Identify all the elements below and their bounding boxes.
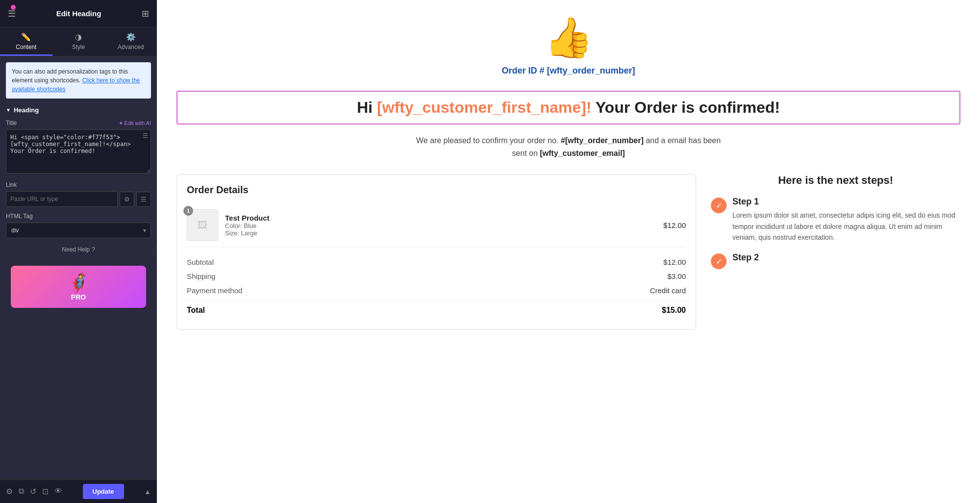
subtotal-line: Subtotal $12.00	[187, 255, 686, 269]
main-heading: Hi [wfty_customer_first_name]! Your Orde…	[184, 99, 953, 117]
highlight-name: [wfty_customer_first_name]!	[377, 99, 591, 116]
responsive-icon[interactable]: ⊡	[42, 487, 49, 496]
image-placeholder-icon: 🖼	[198, 220, 207, 231]
step-2: ✓ Step 2	[711, 252, 960, 269]
step-1-check-icon: ✓	[711, 198, 727, 213]
shipping-value: $3.00	[667, 272, 686, 280]
right-content: 👍 Order ID # [wfty_order_number] Hi [wft…	[157, 0, 980, 503]
tab-advanced[interactable]: ⚙️ Advanced	[104, 27, 157, 56]
tab-content[interactable]: ✏️ Content	[0, 27, 52, 56]
edit-with-ai-btn[interactable]: ✦ Edit with AI	[119, 120, 151, 126]
info-box: You can also add personalization tags to…	[6, 62, 151, 99]
tab-content-label: Content	[16, 44, 36, 50]
title-textarea[interactable]: Hi <span style="color:#f77f53">[wfty_cus…	[6, 129, 151, 174]
product-price: $12.00	[663, 221, 686, 229]
grid-icon[interactable]: ⊞	[142, 8, 149, 19]
title-label: Title ✦ Edit with AI	[6, 120, 151, 126]
section-heading[interactable]: ▼ Heading	[6, 106, 151, 114]
product-row: 1 🖼 Test Product Color: Blue Size: Large…	[187, 203, 686, 247]
tab-style[interactable]: ◑ Style	[52, 27, 105, 56]
product-name: Test Product	[225, 214, 656, 222]
menu-icon[interactable]: ☰	[8, 8, 16, 19]
product-color: Color: Blue	[225, 222, 656, 229]
tab-style-label: Style	[72, 44, 85, 50]
panel-title: Edit Heading	[56, 9, 101, 18]
panel-body: You can also add personalization tags to…	[0, 56, 157, 479]
step-2-title: Step 2	[732, 252, 759, 263]
title-textarea-wrapper: Hi <span style="color:#f77f53">[wfty_cus…	[6, 129, 151, 176]
customer-email-bold: [wfty_customer_email]	[540, 149, 625, 157]
order-details-panel: Order Details 1 🖼 Test Product Color: Bl…	[176, 174, 696, 330]
link-input-row: ⚙ ☰	[6, 191, 151, 207]
product-size: Size: Large	[225, 229, 656, 237]
bottom-icons: ⚙ ⧉ ↺ ⊡ 👁	[6, 487, 62, 496]
history-icon[interactable]: ↺	[30, 487, 36, 496]
next-steps-panel: Here is the next steps! ✓ Step 1 Lorem i…	[711, 174, 960, 330]
pink-dot	[11, 5, 16, 10]
html-tag-field: HTML Tag div h1 h2 h3 h4 h5 h6 p span ▼	[6, 213, 151, 238]
link-input[interactable]	[6, 191, 118, 207]
update-button[interactable]: Update	[83, 484, 124, 499]
pro-banner: 🦸 PRO	[6, 261, 151, 313]
layers-icon[interactable]: ⧉	[19, 487, 24, 496]
section-arrow: ▼	[6, 107, 11, 113]
link-field: Link ⚙ ☰	[6, 181, 151, 207]
ai-sparkle-icon: ✦	[119, 120, 123, 126]
bottom-bar: ⚙ ⧉ ↺ ⊡ 👁 Update ▲	[0, 479, 157, 503]
two-col-section: Order Details 1 🖼 Test Product Color: Bl…	[176, 174, 960, 330]
product-qty-badge: 1	[183, 206, 193, 216]
product-image: 1 🖼	[187, 209, 218, 241]
help-circle-icon: ?	[92, 246, 95, 253]
title-field: Title ✦ Edit with AI Hi <span style="col…	[6, 120, 151, 176]
tab-bar: ✏️ Content ◑ Style ⚙️ Advanced	[0, 27, 157, 56]
total-label: Total	[187, 306, 205, 315]
section-label: Heading	[14, 106, 39, 114]
sub-text: We are pleased to confirm your order no.…	[176, 134, 960, 159]
thumbs-up-icon: 👍	[176, 15, 960, 61]
link-settings-btn[interactable]: ⚙	[120, 192, 134, 207]
chevron-up-icon[interactable]: ▲	[144, 488, 151, 496]
advanced-icon: ⚙️	[126, 32, 136, 42]
next-steps-title: Here is the next steps!	[711, 174, 960, 187]
textarea-menu-icon[interactable]: ☰	[143, 132, 148, 139]
style-icon: ◑	[75, 32, 82, 42]
payment-line: Payment method Credit card	[187, 283, 686, 298]
panel-header: ☰ Edit Heading ⊞	[0, 0, 157, 27]
payment-value: Credit card	[650, 286, 686, 295]
html-tag-select[interactable]: div h1 h2 h3 h4 h5 h6 p span	[6, 223, 151, 238]
step-1-content: Step 1 Lorem ipsum dolor sit amet, conse…	[732, 197, 960, 243]
shipping-label: Shipping	[187, 272, 215, 280]
order-details-title: Order Details	[187, 184, 686, 196]
tab-advanced-label: Advanced	[118, 44, 144, 50]
hero-section: 👍 Order ID # [wfty_order_number]	[176, 15, 960, 76]
pro-badge: 🦸 PRO	[11, 266, 146, 308]
subtotal-value: $12.00	[663, 258, 686, 266]
subtotal-label: Subtotal	[187, 258, 214, 266]
preview-icon[interactable]: 👁	[54, 487, 62, 496]
link-label: Link	[6, 181, 151, 188]
step-1-desc: Lorem ipsum dolor sit amet, consectetur …	[732, 210, 960, 243]
total-value: $15.00	[662, 306, 686, 315]
need-help[interactable]: Need Help ?	[6, 246, 151, 253]
html-tag-select-wrapper: div h1 h2 h3 h4 h5 h6 p span ▼	[6, 223, 151, 238]
link-clear-btn[interactable]: ☰	[136, 192, 151, 207]
payment-label: Payment method	[187, 286, 242, 295]
content-icon: ✏️	[21, 32, 31, 42]
step-2-check-icon: ✓	[711, 253, 727, 269]
total-line: Total $15.00	[187, 301, 686, 320]
step-1: ✓ Step 1 Lorem ipsum dolor sit amet, con…	[711, 197, 960, 243]
html-tag-label: HTML Tag	[6, 213, 151, 220]
settings-icon[interactable]: ⚙	[6, 487, 13, 496]
heading-box: Hi [wfty_customer_first_name]! Your Orde…	[176, 91, 960, 125]
left-panel: ☰ Edit Heading ⊞ ✏️ Content ◑ Style ⚙️ A…	[0, 0, 157, 503]
order-id-text: Order ID # [wfty_order_number]	[176, 66, 960, 76]
order-number-bold: #[wfty_order_number]	[561, 136, 644, 145]
step-2-content: Step 2	[732, 252, 759, 266]
product-info: Test Product Color: Blue Size: Large	[225, 214, 656, 237]
step-1-title: Step 1	[732, 197, 960, 207]
shipping-line: Shipping $3.00	[187, 269, 686, 283]
